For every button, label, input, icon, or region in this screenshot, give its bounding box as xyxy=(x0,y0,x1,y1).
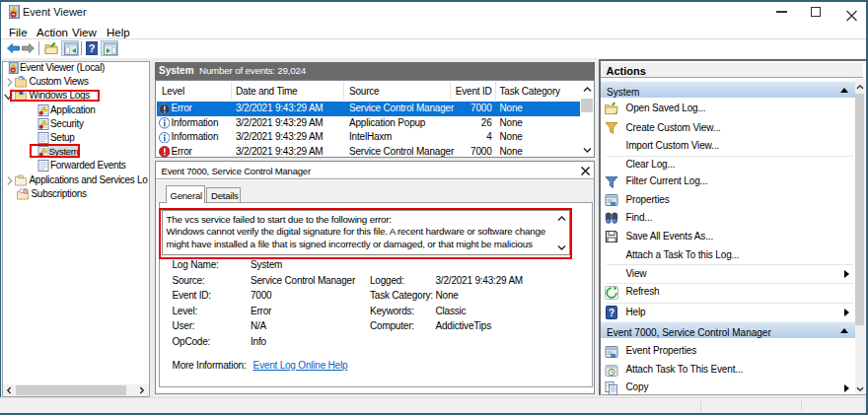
svg-text:?: ? xyxy=(609,308,615,318)
svg-text:?: ? xyxy=(89,42,96,54)
